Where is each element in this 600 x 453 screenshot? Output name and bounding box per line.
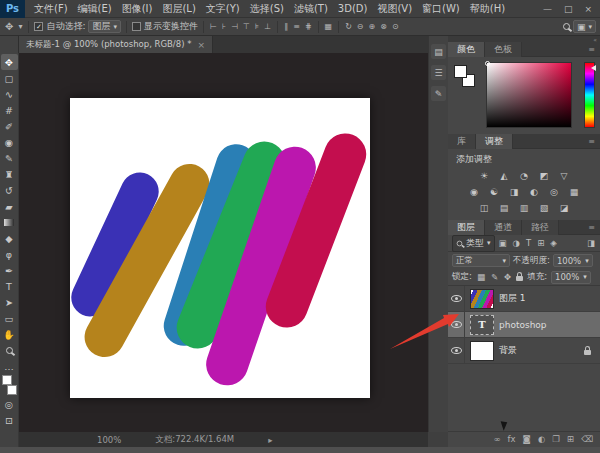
align-icon[interactable]: ⊦ [221, 22, 227, 31]
filter-toggle-icon[interactable]: ◨ [586, 238, 596, 248]
menu-item[interactable]: 文件(F) [29, 2, 73, 16]
align-icon[interactable]: ⊤ [242, 22, 251, 31]
clone-stamp-tool[interactable]: ♜ [1, 166, 18, 182]
minimize-button[interactable]: — [543, 4, 552, 14]
maximize-button[interactable]: □ [564, 4, 573, 14]
hue-slider[interactable] [584, 62, 595, 128]
adjustment-icon[interactable]: ▽ [558, 170, 571, 182]
3d-mode-icon[interactable]: ⊕ [368, 22, 377, 31]
3d-mode-icon[interactable]: ⊖ [356, 22, 365, 31]
adjustment-icon[interactable]: ◭ [498, 170, 511, 182]
tool-preset-chevron-icon[interactable]: ▾ [17, 22, 23, 31]
blur-tool[interactable]: ◆ [1, 230, 18, 246]
menu-item[interactable]: 图像(I) [117, 2, 158, 16]
canvas[interactable] [70, 98, 370, 398]
eraser-tool[interactable]: ▰ [1, 198, 18, 214]
adjustment-icon[interactable]: ◉ [468, 186, 481, 198]
distribute-icon[interactable]: ≡ [292, 22, 301, 31]
tab-swatches[interactable]: 色板 [485, 42, 522, 57]
3d-mode-icon[interactable]: ↻ [344, 22, 353, 31]
lock-all-icon[interactable] [516, 276, 523, 281]
layer-filter-icon[interactable]: T [525, 238, 532, 248]
auto-select-checkbox[interactable]: ✓ [34, 22, 43, 31]
link-layers-icon[interactable]: ∞ [493, 434, 500, 444]
layer-filter-icon[interactable]: ▣ [498, 238, 508, 248]
more-tools[interactable]: … [1, 358, 18, 374]
color-panel-menu-icon[interactable]: ≡ [588, 45, 600, 54]
adjustment-icon[interactable]: ▧ [538, 202, 551, 214]
status-expand-icon[interactable]: ▸ [268, 435, 272, 445]
adjustment-icon[interactable]: ☯ [488, 186, 501, 198]
lock-icon[interactable]: ▦ [476, 272, 486, 282]
adjustment-icon[interactable]: ▦ [568, 186, 581, 198]
zoom-level[interactable]: 100% [97, 435, 121, 445]
layer-filter-icon[interactable]: ◈ [549, 238, 558, 248]
adjustment-icon[interactable]: ▤ [498, 202, 511, 214]
brush-tool[interactable]: ✎ [1, 150, 18, 166]
close-button[interactable]: × [584, 4, 592, 14]
shape-tool[interactable]: ▭ [1, 310, 18, 326]
new-group-icon[interactable]: ❐ [552, 434, 560, 444]
align-icon[interactable]: ⊥ [263, 22, 272, 31]
adjustment-icon[interactable]: ◫ [478, 202, 491, 214]
move-tool[interactable]: ✥ [1, 54, 18, 70]
menu-item[interactable]: 编辑(E) [73, 2, 117, 16]
delete-layer-icon[interactable]: ⌫ [581, 434, 593, 444]
auto-select-dropdown[interactable]: 图层 ▾ [88, 20, 121, 33]
marquee-tool[interactable]: ▢ [1, 70, 18, 86]
adjustments-panel-menu-icon[interactable]: ≡ [588, 137, 600, 146]
blend-mode-dropdown[interactable]: 正常 ▾ [452, 254, 510, 267]
lock-icon[interactable]: ✎ [490, 272, 499, 282]
hand-tool[interactable]: ✋ [1, 326, 18, 342]
opacity-field[interactable]: 100% ▾ [553, 254, 593, 267]
align-icon[interactable]: ⊣ [230, 22, 239, 31]
adjustment-icon[interactable]: ◐ [528, 186, 541, 198]
3d-mode-icon[interactable]: ⊗ [379, 22, 388, 31]
pen-tool[interactable]: ✒ [1, 262, 18, 278]
color-swatches[interactable] [1, 374, 18, 396]
zoom-tool[interactable] [1, 342, 18, 358]
color-field[interactable] [486, 62, 572, 128]
tab-adjustments[interactable]: 调整 [476, 134, 513, 149]
adjustment-icon[interactable]: ◪ [558, 202, 571, 214]
menu-item[interactable]: 窗口(W) [417, 2, 465, 16]
eyedropper-tool[interactable]: ✐ [1, 118, 18, 134]
tab-layers[interactable]: 图层 [448, 220, 485, 235]
menu-item[interactable]: 视图(V) [372, 2, 417, 16]
layer-style-icon[interactable]: fx [508, 434, 516, 444]
menu-item[interactable]: 文字(Y) [201, 2, 245, 16]
lock-icon[interactable]: ✥ [503, 272, 512, 282]
color-field-cursor[interactable] [485, 61, 490, 66]
adjustment-icon[interactable]: ◔ [518, 170, 531, 182]
add-layer-mask-icon[interactable]: ◙ [523, 434, 531, 444]
quick-mask-button[interactable]: ◎ [1, 396, 18, 412]
search-icon[interactable] [563, 23, 570, 30]
type-tool[interactable]: T [1, 278, 18, 294]
workspace-selector[interactable]: ▣ ▾ [573, 20, 596, 33]
layer-row[interactable]: 图层 1 [448, 286, 600, 312]
hue-slider-handle[interactable] [591, 65, 596, 71]
auto-align-icon[interactable]: ▦ [324, 22, 334, 31]
background-color-swatch[interactable] [7, 385, 17, 395]
menu-item[interactable]: 图层(L) [157, 2, 200, 16]
screen-mode-button[interactable]: ⊡ [1, 412, 18, 428]
history-brush-tool[interactable]: ↺ [1, 182, 18, 198]
foreground-color-swatch[interactable] [2, 375, 12, 385]
3d-mode-icon[interactable]: ⊙ [391, 22, 400, 31]
layer-filter-icon[interactable]: ⊞ [536, 238, 545, 248]
distribute-icon[interactable]: ∥ [283, 22, 289, 31]
crop-tool[interactable]: # [1, 102, 18, 118]
menu-item[interactable]: 选择(S) [245, 2, 289, 16]
lasso-tool[interactable]: ∿ [1, 86, 18, 102]
tab-color[interactable]: 颜色 [448, 42, 485, 57]
dodge-tool[interactable]: φ [1, 246, 18, 262]
tab-channels[interactable]: 通道 [485, 220, 522, 235]
menu-item[interactable]: 3D(D) [333, 3, 373, 14]
healing-brush-tool[interactable]: ◉ [1, 134, 18, 150]
adjustment-icon[interactable]: ◩ [538, 170, 551, 182]
menu-item[interactable]: 帮助(H) [465, 2, 510, 16]
adjustment-icon[interactable]: ☀ [478, 170, 491, 182]
layers-panel-menu-icon[interactable]: ≡ [588, 223, 600, 232]
align-icon[interactable]: ⊢ [209, 22, 218, 31]
layer-filter-icon[interactable]: ◑ [512, 238, 521, 248]
